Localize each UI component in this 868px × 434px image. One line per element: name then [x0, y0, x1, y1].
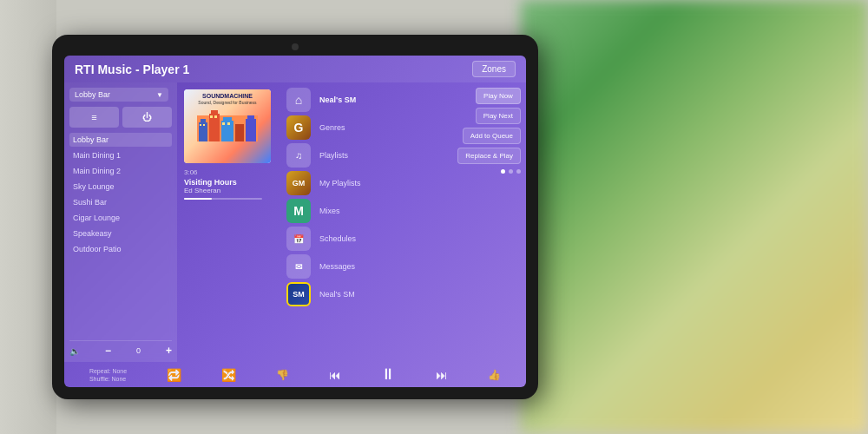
room-item-lobby-bar[interactable]: Lobby Bar — [69, 133, 172, 147]
source-genres-icon[interactable]: G — [286, 115, 311, 140]
source-label-list: Neal's SM Genres Playlists My Playlists … — [316, 82, 377, 362]
track-artist: Ed Sheeran — [184, 187, 274, 194]
room-item-sky-lounge[interactable]: Sky Lounge — [69, 180, 172, 194]
selected-room-text: Lobby Bar — [75, 90, 156, 99]
source-home-icon[interactable]: ⌂ — [286, 88, 311, 112]
shuffle-icon[interactable]: 🔀 — [221, 368, 236, 382]
screen-body: Lobby Bar ▼ ≡ ⏻ Lobby Bar Main Dining 1 … — [64, 82, 526, 362]
sidebar-top: Lobby Bar ▼ — [69, 88, 172, 102]
room-item-speakeasy[interactable]: Speakeasy — [69, 227, 172, 240]
play-next-button[interactable]: Play Next — [476, 108, 521, 124]
repeat-icon[interactable]: 🔁 — [167, 368, 181, 382]
source-icon-list: ⌂ G ♫ GM M 📅 ✉ SM — [281, 82, 316, 362]
power-button[interactable]: ⏻ — [122, 107, 172, 128]
room-item-main-dining-1[interactable]: Main Dining 1 — [69, 148, 172, 162]
room-item-sushi-bar[interactable]: Sushi Bar — [69, 195, 172, 209]
svg-rect-8 — [246, 119, 256, 141]
source-sm-icon[interactable]: SM — [286, 282, 311, 306]
album-art-inner: SOUNDMACHINE Sound, Designed for Busines… — [184, 89, 271, 163]
source-schedules-icon[interactable]: 📅 — [286, 227, 311, 251]
source-playlists-icon[interactable]: ♫ — [286, 143, 311, 168]
album-subtitle: Sound, Designed for Business — [198, 100, 256, 105]
next-button[interactable]: ⏭ — [436, 368, 448, 382]
room-item-cigar-lounge[interactable]: Cigar Lounge — [69, 211, 172, 225]
dot-2 — [509, 169, 513, 174]
volume-down-button[interactable]: − — [105, 345, 111, 357]
pagination-dots — [501, 169, 521, 174]
track-time: 3:06 — [184, 168, 274, 176]
svg-rect-4 — [211, 110, 218, 115]
source-label-sm2[interactable]: Neal's SM — [318, 282, 375, 306]
source-label-messages[interactable]: Messages — [318, 254, 375, 279]
thumbs-up-button[interactable]: 👍 — [488, 369, 501, 381]
add-to-queue-button[interactable]: Add to Queue — [463, 128, 521, 144]
svg-rect-11 — [203, 124, 205, 126]
volume-up-button[interactable]: + — [166, 345, 172, 357]
track-name: Visiting Hours — [184, 178, 274, 187]
prev-button[interactable]: ⏮ — [329, 368, 341, 382]
source-label-neals-sm[interactable]: Neal's SM — [318, 88, 375, 112]
volume-icon: 🔈 — [69, 346, 80, 356]
menu-button[interactable]: ≡ — [69, 107, 119, 128]
room-item-outdoor-patio[interactable]: Outdoor Patio — [69, 242, 172, 256]
repeat-shuffle-labels: Repeat: None Shuffle: None — [89, 368, 127, 382]
album-graphic — [197, 107, 258, 141]
tablet-top-bar — [64, 43, 526, 50]
source-label-genres[interactable]: Genres — [318, 115, 375, 140]
svg-rect-10 — [200, 124, 201, 126]
source-messages-icon[interactable]: ✉ — [286, 254, 311, 279]
tablet-screen: RTI Music - Player 1 Zones Lobby Bar ▼ ≡… — [64, 56, 526, 387]
source-mixes-icon[interactable]: M — [286, 199, 311, 223]
source-myplaylists-icon[interactable]: GM — [286, 171, 311, 195]
source-label-mixes[interactable]: Mixes — [318, 199, 375, 223]
background-blur — [521, 0, 868, 434]
wall-mount-left — [0, 0, 56, 434]
source-label-schedules[interactable]: Schedules — [318, 227, 375, 251]
source-label-myplaylists[interactable]: My Playlists — [318, 171, 375, 195]
sidebar: Lobby Bar ▼ ≡ ⏻ Lobby Bar Main Dining 1 … — [64, 82, 177, 362]
svg-rect-12 — [210, 115, 213, 118]
album-art: SOUNDMACHINE Sound, Designed for Busines… — [184, 89, 271, 163]
room-selector[interactable]: Lobby Bar ▼ — [69, 88, 168, 102]
shuffle-label: Shuffle: None — [89, 376, 126, 382]
repeat-label: Repeat: None — [89, 368, 127, 374]
dot-1 — [501, 169, 505, 174]
sidebar-volume: 🔈 − 0 + — [69, 340, 172, 357]
thumbs-down-button[interactable]: 👎 — [276, 369, 289, 381]
right-panel: ⌂ G ♫ GM M 📅 ✉ SM Neal's SM Genres Playl… — [281, 82, 526, 362]
dot-3 — [516, 169, 521, 174]
screen-header: RTI Music - Player 1 Zones — [64, 56, 526, 82]
progress-fill — [184, 198, 212, 200]
replace-play-button[interactable]: Replace & Play — [457, 148, 521, 164]
action-buttons: Play Now Play Next Add to Queue Replace … — [377, 82, 526, 362]
screen-title: RTI Music - Player 1 — [75, 62, 189, 76]
svg-rect-9 — [247, 115, 254, 121]
svg-rect-15 — [227, 122, 230, 125]
sidebar-icon-buttons: ≡ ⏻ — [69, 107, 172, 128]
room-item-main-dining-2[interactable]: Main Dining 2 — [69, 164, 172, 178]
tablet-device: RTI Music - Player 1 Zones Lobby Bar ▼ ≡… — [52, 35, 538, 399]
chevron-down-icon: ▼ — [156, 91, 163, 99]
playback-controls: Repeat: None Shuffle: None 🔁 🔀 👎 ⏮ ⏸ ⏭ 👍 — [64, 362, 526, 387]
volume-value: 0 — [136, 346, 141, 355]
zones-button[interactable]: Zones — [472, 61, 516, 77]
room-list: Lobby Bar Main Dining 1 Main Dining 2 Sk… — [69, 133, 172, 337]
tablet-camera — [292, 43, 299, 50]
pause-button[interactable]: ⏸ — [380, 365, 396, 384]
center-panel: SOUNDMACHINE Sound, Designed for Busines… — [177, 82, 281, 362]
track-info: 3:06 Visiting Hours Ed Sheeran — [184, 168, 274, 194]
svg-rect-14 — [222, 122, 225, 125]
svg-rect-2 — [201, 119, 206, 122]
progress-bar — [184, 198, 262, 200]
play-now-button[interactable]: Play Now — [476, 88, 521, 104]
album-brand: SOUNDMACHINE — [202, 93, 253, 100]
svg-rect-13 — [214, 115, 217, 118]
svg-rect-6 — [223, 117, 232, 122]
svg-rect-7 — [235, 124, 244, 141]
source-label-playlists[interactable]: Playlists — [318, 143, 375, 168]
